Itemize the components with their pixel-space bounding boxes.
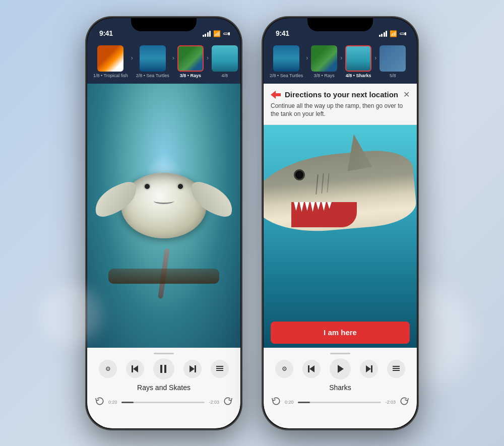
phone-2: 9:41 📶 2/8 • Sea Turtles › (262, 17, 418, 430)
wifi-icon-1: 📶 (213, 30, 221, 37)
svg-marker-13 (366, 365, 371, 372)
shark-teeth-top (294, 202, 332, 212)
list-button-1[interactable] (211, 360, 229, 378)
main-image-2 (264, 124, 417, 348)
thumb-label-3: 4/8 (222, 73, 228, 78)
signal-icon-2 (379, 31, 388, 37)
thumb-img-1 (140, 45, 166, 72)
scrubber-handle-2[interactable] (330, 353, 350, 354)
thumb-arrow-1: › (172, 54, 174, 61)
prev-button-1[interactable] (126, 360, 144, 378)
thumb2-label-1: 3/8 • Rays (314, 73, 335, 78)
ray-ground (108, 269, 219, 284)
ray-mouth (154, 198, 174, 204)
thumb2-arrow-2: › (374, 54, 376, 61)
ray-eye-right (178, 184, 183, 189)
status-time-1: 9:41 (99, 29, 113, 37)
forward-button-1[interactable] (223, 397, 232, 408)
thumb-arrow-2: › (207, 54, 209, 61)
track-name-1: Rays and Skates (137, 384, 191, 392)
prev-button-2[interactable] (302, 360, 321, 378)
battery-icon-2 (400, 33, 405, 35)
scrubber-handle-1[interactable] (154, 353, 174, 354)
gear-button-1[interactable]: ⚙ (99, 360, 117, 378)
thumb2-label-2: 4/8 • Sharks (346, 73, 371, 78)
notch-1 (131, 18, 197, 31)
thumb-item-3[interactable]: 4/8 (212, 45, 238, 78)
wifi-icon-2: 📶 (390, 30, 397, 37)
thumb2-arrow-0: › (306, 54, 308, 61)
thumb-img-3 (212, 45, 238, 72)
direction-title: Directions to your next location (285, 90, 398, 99)
i-am-here-label: I am here (324, 328, 357, 337)
thumb2-img-3 (380, 45, 406, 72)
svg-rect-3 (164, 365, 166, 373)
direction-banner: Directions to your next location ✕ Conti… (264, 84, 417, 125)
shark-eye (294, 169, 305, 180)
thumb-strip-1[interactable]: 1/8 • Tropical fish › 2/8 • Sea Turtles … (87, 40, 240, 84)
svg-rect-9 (308, 365, 309, 372)
shark-mouth (291, 202, 357, 227)
notch-2 (307, 18, 373, 31)
track-name-2: Sharks (329, 384, 351, 392)
replay-button-2[interactable] (272, 397, 281, 408)
direction-title-row: Directions to your next location (271, 90, 398, 100)
close-button[interactable]: ✕ (403, 90, 410, 99)
thumb2-img-2 (345, 45, 371, 72)
thumb-item-1[interactable]: 2/8 • Sea Turtles (136, 45, 169, 78)
thumb-label-0: 1/8 • Tropical fish (93, 73, 128, 78)
battery-icon-1 (223, 33, 228, 35)
thumb2-item-3[interactable]: 5/8 (380, 45, 406, 78)
time-start-2: 0:20 (285, 400, 294, 405)
time-end-1: -2:03 (209, 400, 219, 405)
gear-button-2[interactable]: ⚙ (275, 360, 293, 378)
thumb2-item-2[interactable]: 4/8 • Sharks (345, 45, 371, 78)
svg-marker-10 (309, 365, 314, 372)
svg-rect-12 (371, 365, 372, 372)
thumb2-label-0: 2/8 • Sea Turtles (270, 73, 303, 78)
thumb2-item-0[interactable]: 2/8 • Sea Turtles (270, 45, 303, 78)
i-am-here-button[interactable]: I am here (271, 322, 410, 344)
time-start-1: 0:20 (108, 400, 117, 405)
thumb2-img-1 (311, 45, 337, 72)
bottom-controls-2: ⚙ Sharks 0:20 (264, 348, 417, 428)
svg-marker-11 (338, 365, 344, 373)
play-button-2[interactable] (330, 358, 351, 379)
direction-arrow-icon (271, 90, 281, 100)
thumb-item-2[interactable]: 3/8 • Rays (177, 45, 204, 78)
control-buttons-2: ⚙ (275, 358, 405, 379)
svg-rect-2 (160, 365, 162, 373)
progress-fill-1 (121, 402, 134, 403)
svg-marker-5 (190, 365, 195, 372)
thumb-label-2: 3/8 • Rays (180, 73, 201, 78)
thumb-strip-2[interactable]: 2/8 • Sea Turtles › 3/8 • Rays › 4/8 • S… (264, 40, 417, 84)
status-time-2: 9:41 (276, 29, 289, 37)
signal-icon-1 (203, 31, 211, 37)
status-icons-1: 📶 (203, 30, 229, 37)
ray-eye-left (145, 184, 150, 189)
pause-button-1[interactable] (153, 358, 174, 379)
list-button-2[interactable] (387, 360, 405, 378)
direction-text: Continue all the way up the ramp, then g… (271, 102, 410, 119)
replay-button-1[interactable] (95, 397, 104, 408)
progress-row-1: 0:20 -2:03 (87, 397, 240, 408)
progress-bar-1[interactable] (121, 402, 205, 403)
thumb-img-2 (177, 45, 204, 72)
svg-rect-4 (195, 365, 196, 372)
thumb-item-0[interactable]: 1/8 • Tropical fish (93, 45, 128, 78)
forward-button-2[interactable] (400, 397, 409, 408)
thumb2-arrow-1: › (340, 54, 342, 61)
next-button-1[interactable] (183, 360, 202, 378)
svg-marker-1 (133, 365, 138, 372)
progress-row-2: 0:20 -2:03 (264, 397, 417, 408)
progress-bar-2[interactable] (298, 402, 382, 403)
progress-fill-2 (298, 402, 310, 403)
thumb-img-0 (97, 45, 123, 72)
thumb-label-1: 2/8 • Sea Turtles (136, 73, 169, 78)
status-icons-2: 📶 (379, 30, 405, 37)
svg-rect-0 (132, 365, 133, 372)
bottom-controls-1: ⚙ Rays and Skates 0:20 (87, 348, 240, 428)
phone-1: 9:41 📶 1/8 • Tropical fish › (86, 17, 242, 430)
next-button-2[interactable] (360, 360, 378, 378)
thumb2-item-1[interactable]: 3/8 • Rays (311, 45, 337, 78)
